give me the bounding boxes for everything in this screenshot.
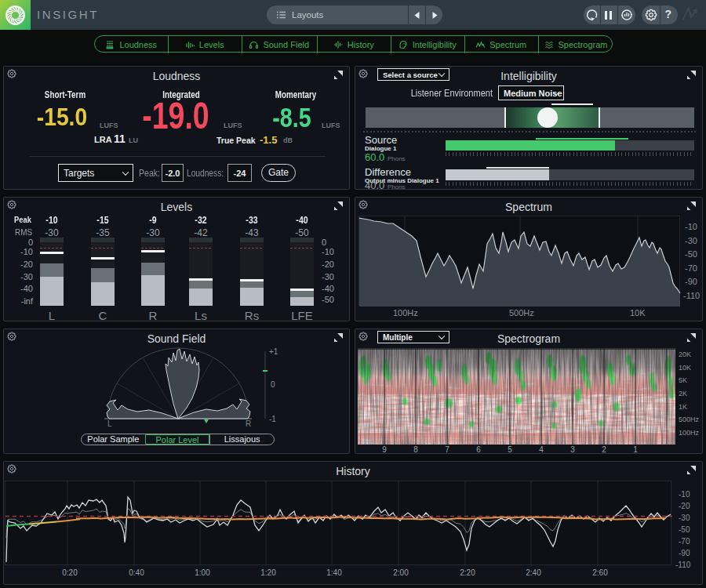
svg-text:R: R [246,419,251,428]
svg-text:-1: -1 [269,415,276,423]
svg-text:0: 0 [271,380,275,389]
svg-text:+1: +1 [269,347,278,356]
svg-text:L: L [107,419,112,428]
